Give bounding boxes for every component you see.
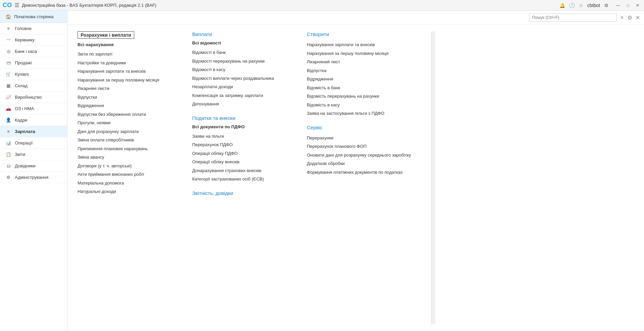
- list-item[interactable]: Лікарняні листи: [78, 84, 172, 93]
- list-item[interactable]: Нарахування зарплати та внесків: [78, 67, 172, 76]
- list-item[interactable]: Натуральні доходи: [78, 187, 172, 196]
- list-item[interactable]: Відрядження: [78, 101, 172, 110]
- list-item[interactable]: Перерахунок ПДФО: [192, 140, 287, 149]
- list-item[interactable]: Настройки та довідники: [78, 59, 172, 67]
- sidebar-item-operatsii[interactable]: 📊 Операції: [0, 137, 67, 149]
- list-item[interactable]: Категорії застрахованих осіб (ЄСВ): [192, 175, 287, 184]
- sidebar-item-bank[interactable]: ◎ Банк і каса: [0, 46, 67, 57]
- list-item[interactable]: Звіти по зарплаті: [78, 50, 172, 59]
- zvitnist-title: Звітність, довідки: [192, 190, 287, 196]
- list-item[interactable]: Депонування: [192, 100, 287, 108]
- search-input[interactable]: [529, 13, 617, 22]
- list-item[interactable]: Відрядження: [307, 75, 411, 84]
- window-buttons: — □ ✕: [614, 2, 641, 8]
- search-close-button[interactable]: ✕: [636, 14, 640, 21]
- list-item[interactable]: Припинення планових нарахувань: [78, 144, 172, 153]
- scrollbar[interactable]: [431, 31, 435, 324]
- list-item[interactable]: Оновити дані для розрахунку середнього з…: [307, 151, 411, 160]
- list-item[interactable]: Операції обліку ПДФО: [192, 149, 287, 158]
- admin-icon: ⚙: [5, 175, 11, 180]
- list-item[interactable]: Лікарняний лист: [307, 58, 411, 66]
- list-item[interactable]: Компенсація за затримку зарплати: [192, 91, 287, 100]
- list-item[interactable]: Нарахування зарплати та внесків: [307, 40, 411, 49]
- list-item[interactable]: Зміна оплати співробітників: [78, 136, 172, 144]
- sidebar-item-zvity[interactable]: 📋 Звіти: [0, 149, 67, 160]
- sidebar-item-kadry[interactable]: 👤 Кадри: [0, 114, 67, 126]
- list-item[interactable]: Відомості в банк: [192, 48, 287, 57]
- list-item[interactable]: Додаткові обробки: [307, 159, 411, 168]
- list-item[interactable]: Заява на застосування пільги з ПДФО: [307, 109, 411, 118]
- list-item[interactable]: Відомості в касу: [192, 65, 287, 74]
- minimize-button[interactable]: —: [614, 2, 622, 8]
- sidebar-label: Зарплата: [15, 129, 35, 134]
- sidebar-item-oz[interactable]: 🚗 ОЗ і НМА: [0, 103, 67, 114]
- sidebar-item-zarplata[interactable]: ≡ Зарплата: [0, 126, 67, 137]
- sidebar-label: Склад: [15, 83, 28, 88]
- list-item[interactable]: Перерахунки: [307, 134, 411, 142]
- sidebar-item-dovidnyky[interactable]: 🗂 Довідники: [0, 160, 67, 172]
- podatky-subtitle: Всі документи по ПДФО: [192, 124, 287, 129]
- list-item[interactable]: Відпустки без збереження оплати: [78, 110, 172, 119]
- list-item[interactable]: Перерахунок планового ФОП: [307, 142, 411, 151]
- list-item[interactable]: Відпустки: [78, 93, 172, 102]
- sidebar-home[interactable]: 🏠 Початкова сторінка: [0, 11, 67, 23]
- sidebar-item-kupivli[interactable]: 🛒 Купівлі: [0, 69, 67, 80]
- left-column: Розрахунки і виплати Всі нарахування Зві…: [78, 31, 172, 324]
- list-item[interactable]: Договори (у т. ч. авторські): [78, 162, 172, 170]
- middle-column: Виплати Всі відомості Відомості в банк В…: [192, 31, 287, 324]
- sidebar-label: ОЗ і НМА: [15, 106, 34, 111]
- prodazhi-icon: 🗃: [5, 60, 11, 65]
- sidebar-item-kerivnyku[interactable]: 〰 Керівнику: [0, 34, 67, 46]
- list-item[interactable]: Відомості перерахувань на рахунки: [192, 57, 287, 66]
- sidebar-item-administruvannya[interactable]: ⚙ Адміністрування: [0, 172, 67, 183]
- user-label: cbtbot: [587, 3, 600, 8]
- sidebar-item-sklad[interactable]: ▦ Склад: [0, 80, 67, 92]
- list-item[interactable]: Акти приймання виконаних робіт: [78, 170, 172, 179]
- list-item[interactable]: Нарахування за першу половину місяця: [307, 49, 411, 58]
- home-label: Початкова сторінка: [14, 14, 54, 19]
- list-item[interactable]: Нарахування за першу половину місяця: [78, 76, 172, 85]
- titlebar: CO ☰ Демонстраційна база - BAS Бухгалтер…: [0, 0, 644, 11]
- zvity-icon: 📋: [5, 152, 11, 157]
- list-item[interactable]: Відомість в касу: [307, 101, 411, 109]
- close-button[interactable]: ✕: [634, 2, 641, 8]
- list-item[interactable]: Дані для розрахунку зарплати: [78, 127, 172, 136]
- list-item[interactable]: Відомість в банк: [307, 84, 411, 92]
- right-column: Створити Нарахування зарплати та внесків…: [307, 31, 411, 324]
- search-settings-icon[interactable]: ⚙: [627, 14, 632, 21]
- sidebar-item-prodazhi[interactable]: 🗃 Продажі: [0, 57, 67, 69]
- golovne-icon: ≡: [5, 26, 11, 31]
- search-clear-button[interactable]: ✕: [619, 14, 625, 21]
- menu-icon[interactable]: ☰: [14, 2, 19, 8]
- sidebar-item-vyrobnytstvo[interactable]: 📈 Виробництво: [0, 92, 67, 103]
- maximize-button[interactable]: □: [625, 2, 631, 8]
- list-item[interactable]: Формування платіжних документів по подат…: [307, 168, 411, 177]
- sidebar-label: Операції: [15, 140, 33, 145]
- sidebar-label: Головне: [15, 26, 31, 31]
- operatsii-icon: 📊: [5, 140, 11, 145]
- list-item[interactable]: Відомість перерахувань на рахунки: [307, 92, 411, 101]
- clock-icon[interactable]: 🕐: [569, 3, 575, 8]
- list-item[interactable]: Відпустка: [307, 66, 411, 75]
- left-column-heading: Розрахунки і виплати: [78, 31, 134, 39]
- sidebar-item-golovne[interactable]: ≡ Головне: [0, 23, 67, 34]
- list-item[interactable]: Операції обліку внесків: [192, 158, 287, 166]
- sidebar-label: Продажі: [15, 60, 32, 65]
- app-layout: 🏠 Початкова сторінка ≡ Головне 〰 Керівни…: [0, 11, 644, 331]
- kerivnyku-icon: 〰: [5, 37, 11, 42]
- kupivli-icon: 🛒: [5, 72, 11, 77]
- list-item[interactable]: Зміна авансу: [78, 153, 172, 162]
- vyplaty-title: Виплати: [192, 31, 287, 37]
- list-item[interactable]: Незарплатні доходи: [192, 82, 287, 91]
- list-item[interactable]: Прогули, неявки: [78, 119, 172, 127]
- list-item[interactable]: Заяви на пільги: [192, 132, 287, 141]
- list-item[interactable]: Донарахування страхових внесків: [192, 166, 287, 175]
- sidebar-label: Виробництво: [15, 95, 42, 100]
- sidebar-label: Кадри: [15, 118, 27, 123]
- star-icon[interactable]: ☆: [579, 3, 583, 8]
- bell-icon[interactable]: 🔔: [559, 3, 565, 8]
- zarplata-icon: ≡: [5, 129, 11, 134]
- list-item[interactable]: Матеріальна допомога: [78, 179, 172, 188]
- list-item[interactable]: Відомості виплати через роздавальника: [192, 74, 287, 83]
- settings-icon[interactable]: ⚙: [604, 3, 609, 8]
